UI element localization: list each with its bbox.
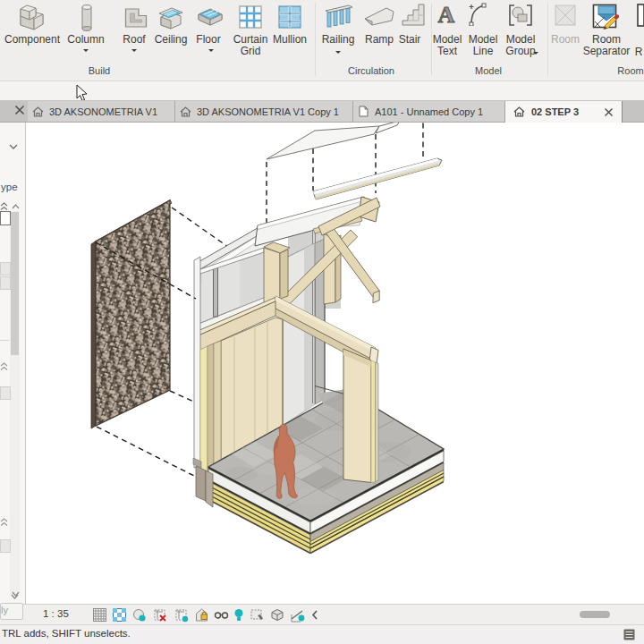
svg-text:A: A	[438, 4, 455, 25]
